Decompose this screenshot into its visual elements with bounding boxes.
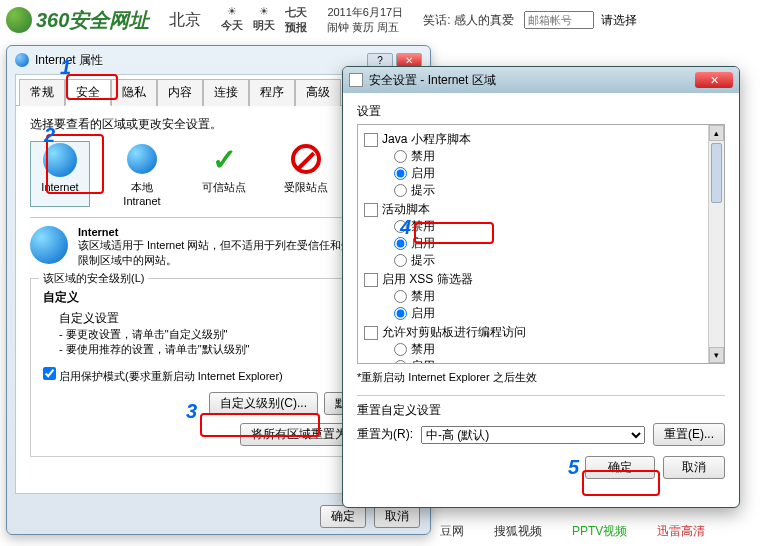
restart-note: *重新启动 Internet Explorer 之后生效 xyxy=(357,370,725,385)
city-label: 北京 xyxy=(169,10,201,31)
globe-icon xyxy=(30,226,68,264)
callout-1: 1 xyxy=(60,56,71,79)
callout-box-1 xyxy=(66,74,118,100)
opt-as-prompt[interactable]: 提示 xyxy=(394,252,718,269)
mailbox: 请选择 xyxy=(524,11,637,29)
site-logo: 360安全网址 xyxy=(6,7,149,34)
close-button[interactable]: ✕ xyxy=(396,53,422,67)
opt-cb-disable[interactable]: 禁用 xyxy=(394,341,718,358)
link-sohu[interactable]: 搜狐视频 xyxy=(494,523,542,540)
level-legend: 该区域的安全级别(L) xyxy=(39,271,148,286)
tab-advanced[interactable]: 高级 xyxy=(295,79,341,106)
opt-java-enable[interactable]: 启用 xyxy=(394,165,718,182)
bg-bottom-links: 豆网 搜狐视频 PPTV视频 迅雷高清 xyxy=(440,523,705,540)
opt-java-prompt[interactable]: 提示 xyxy=(394,182,718,199)
close-button[interactable]: ✕ xyxy=(695,72,733,88)
group-java: Java 小程序脚本 xyxy=(364,131,718,148)
titlebar: 安全设置 - Internet 区域 ✕ xyxy=(343,67,739,93)
callout-box-3 xyxy=(200,413,320,437)
callout-5: 5 xyxy=(568,456,579,479)
opt-cb-enable[interactable]: 启用 xyxy=(394,358,718,364)
callout-3: 3 xyxy=(186,400,197,423)
globe-small-icon xyxy=(127,144,157,174)
settings-label: 设置 xyxy=(357,103,725,120)
brand-text: 360安全网址 xyxy=(36,7,149,34)
zone-intranet[interactable]: 本地 Intranet xyxy=(112,141,172,207)
link-xunlei[interactable]: 迅雷高清 xyxy=(657,523,705,540)
shield-icon xyxy=(6,7,32,33)
reset-label: 重置为(R): xyxy=(357,426,413,443)
help-button[interactable]: ? xyxy=(367,53,393,67)
group-xss: 启用 XSS 筛选器 xyxy=(364,271,718,288)
doc-icon xyxy=(364,203,378,217)
tab-general[interactable]: 常规 xyxy=(19,79,65,106)
opt-java-disable[interactable]: 禁用 xyxy=(394,148,718,165)
link-pptv[interactable]: PPTV视频 xyxy=(572,523,627,540)
link-dou[interactable]: 豆网 xyxy=(440,523,464,540)
doc-icon xyxy=(364,326,378,340)
scroll-up-icon[interactable]: ▴ xyxy=(709,125,724,141)
callout-box-5 xyxy=(582,470,660,496)
cancel-button[interactable]: 取消 xyxy=(663,456,725,479)
zone-restricted[interactable]: 受限站点 xyxy=(276,141,336,207)
dialog-icon xyxy=(349,73,363,87)
tab-programs[interactable]: 程序 xyxy=(249,79,295,106)
reset-button[interactable]: 重置(E)... xyxy=(653,423,725,446)
tab-connections[interactable]: 连接 xyxy=(203,79,249,106)
cancel-button[interactable]: 取消 xyxy=(374,505,420,528)
joke-text: 笑话: 感人的真爱 xyxy=(423,12,514,29)
date-block: 2011年6月17日 闹钟 黄历 周五 xyxy=(327,5,403,35)
security-settings-dialog: 安全设置 - Internet 区域 ✕ 设置 Java 小程序脚本 禁用 启用… xyxy=(342,66,740,508)
callout-4: 4 xyxy=(400,216,411,239)
weather-block: ☀今天 ☀明天 七天预报 xyxy=(221,5,307,35)
ok-button[interactable]: 确定 xyxy=(320,505,366,528)
custom-level-button[interactable]: 自定义级别(C)... xyxy=(209,392,318,415)
ban-icon xyxy=(291,144,321,174)
group-clipboard: 允许对剪贴板进行编程访问 xyxy=(364,324,718,341)
scrollbar[interactable]: ▴ ▾ xyxy=(708,125,724,363)
group-activescript: 活动脚本 xyxy=(364,201,718,218)
background-header: 360安全网址 北京 ☀今天 ☀明天 七天预报 2011年6月17日 闹钟 黄历… xyxy=(0,0,769,40)
callout-box-4 xyxy=(414,222,494,244)
callout-2: 2 xyxy=(44,124,55,147)
scroll-thumb[interactable] xyxy=(711,143,722,203)
tab-content[interactable]: 内容 xyxy=(157,79,203,106)
reset-select[interactable]: 中-高 (默认) xyxy=(421,426,645,444)
weather-seven: 七天 xyxy=(285,5,307,20)
doc-icon xyxy=(364,133,378,147)
opt-xss-enable[interactable]: 启用 xyxy=(394,305,718,322)
dialog-title: 安全设置 - Internet 区域 xyxy=(369,72,695,89)
globe-icon xyxy=(15,53,29,67)
doc-icon xyxy=(364,273,378,287)
settings-tree: Java 小程序脚本 禁用 启用 提示 活动脚本 禁用 启用 提示 启用 XSS… xyxy=(357,124,725,364)
weather-forecast: 预报 xyxy=(285,20,307,35)
reset-title: 重置自定义设置 xyxy=(357,402,725,419)
mail-select[interactable]: 请选择 xyxy=(601,13,637,27)
weather-today: 今天 xyxy=(221,18,243,33)
check-icon: ✓ xyxy=(212,142,237,177)
zone-trusted[interactable]: ✓ 可信站点 xyxy=(194,141,254,207)
weather-tomorrow: 明天 xyxy=(253,18,275,33)
mail-input[interactable] xyxy=(524,11,594,29)
scroll-down-icon[interactable]: ▾ xyxy=(709,347,724,363)
dialog-title: Internet 属性 xyxy=(35,52,364,69)
opt-xss-disable[interactable]: 禁用 xyxy=(394,288,718,305)
reset-block: 重置自定义设置 重置为(R): 中-高 (默认) 重置(E)... xyxy=(357,395,725,446)
